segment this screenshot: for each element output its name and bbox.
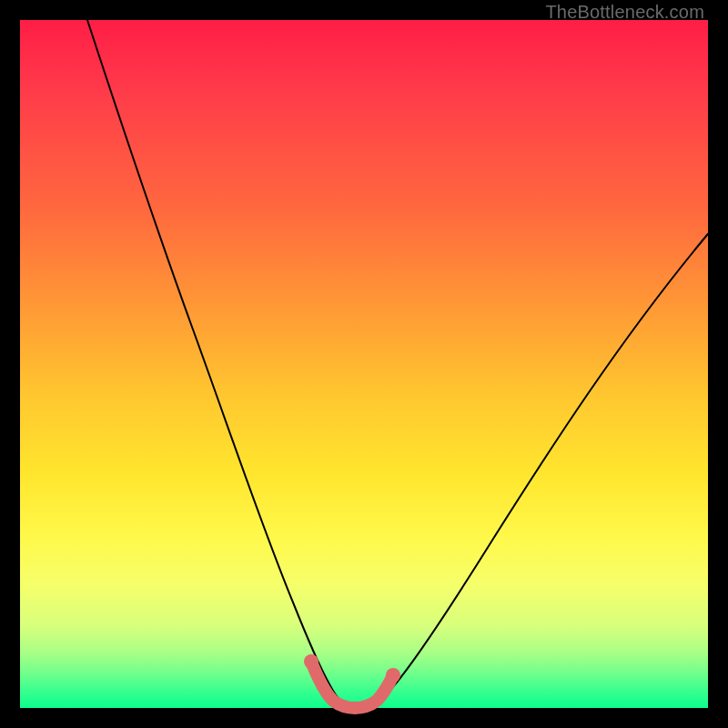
curve-svg — [20, 20, 708, 708]
highlight-start-dot — [304, 654, 318, 669]
plot-area — [20, 20, 708, 708]
chart-frame: TheBottleneck.com — [0, 0, 728, 728]
optimal-range-highlight — [311, 662, 393, 708]
bottleneck-curve — [87, 20, 708, 708]
highlight-end-dot — [386, 668, 400, 682]
